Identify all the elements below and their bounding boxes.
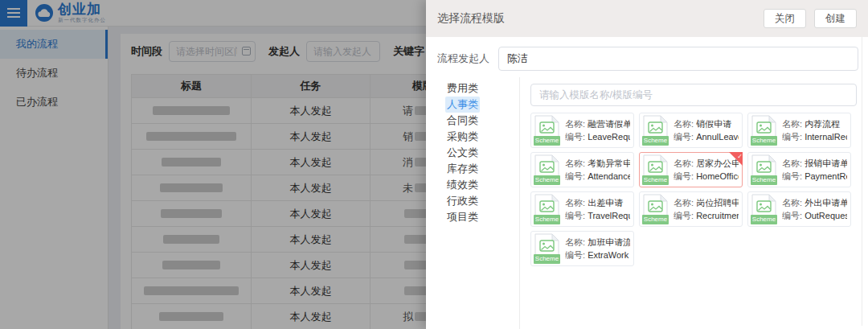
template-card[interactable]: ✓ Scheme 名称: 岗位招聘申... 编号: Recruitment... [639, 191, 743, 227]
category-document[interactable]: 公文类 [445, 145, 519, 161]
scheme-file-icon: Scheme [534, 233, 559, 264]
category-contract[interactable]: 合同类 [445, 113, 519, 129]
category-admin[interactable]: 行政类 [445, 193, 519, 209]
template-name: 名称: 销假申请 [674, 117, 739, 130]
category-hr[interactable]: 人事类 [445, 97, 519, 113]
scheme-badge: Scheme [751, 136, 777, 146]
template-code: 编号: Recruitment... [674, 209, 739, 222]
template-card[interactable]: ✓ Scheme 名称: 考勤异常申... 编号: Attendance... [530, 152, 634, 187]
scheme-file-icon: Scheme [534, 115, 559, 146]
scheme-file-icon: Scheme [534, 154, 559, 185]
drawer-header: 选择流程模版 关闭 创建 [426, 0, 868, 37]
template-name: 名称: 加班申请流程 [565, 236, 630, 249]
template-code: 编号: LeaveRequest [565, 130, 630, 143]
category-performance[interactable]: 绩效类 [445, 177, 519, 193]
template-code: 编号: TravelRequest [565, 209, 630, 222]
scrollbar-track[interactable] [862, 37, 862, 326]
scheme-file-icon: Scheme [643, 154, 668, 185]
template-code: 编号: InternalRec... [782, 130, 847, 143]
template-card[interactable]: ✓ Scheme 名称: 出差申请 编号: TravelRequest [530, 191, 634, 227]
template-grid: ✓ Scheme 名称: 融营请假单 编号: LeaveRequest ✓ [530, 113, 857, 266]
template-search-input[interactable] [530, 84, 857, 106]
template-name: 名称: 内荐流程 [782, 117, 847, 130]
template-code: 编号: AnnulLeave... [674, 130, 739, 143]
initiator-form-row: 流程发起人 [437, 47, 858, 71]
category-inventory[interactable]: 库存类 [445, 161, 519, 177]
template-area: ✓ Scheme 名称: 融营请假单 编号: LeaveRequest ✓ [520, 77, 868, 329]
template-card[interactable]: ✓ Scheme 名称: 内荐流程 编号: InternalRec... [747, 113, 851, 148]
template-name: 名称: 外出申请单 [782, 196, 847, 209]
scheme-badge: Scheme [642, 215, 669, 224]
template-name: 名称: 融营请假单 [565, 117, 630, 130]
template-name: 名称: 出差申请 [565, 196, 630, 209]
template-card[interactable]: ✓ Scheme 名称: 居家办公申... 编号: HomeOffice... [639, 152, 743, 187]
scheme-file-icon: Scheme [534, 194, 559, 224]
scheme-badge: Scheme [534, 215, 560, 224]
process-initiator-label: 流程发起人 [437, 51, 498, 66]
category-list: 费用类 人事类 合同类 采购类 公文类 库存类 绩效类 行政类 项目类 [426, 77, 520, 329]
template-code: 编号: OutRequest [782, 209, 847, 222]
process-initiator-input[interactable] [498, 47, 858, 71]
scheme-file-icon: Scheme [751, 194, 776, 224]
scheme-file-icon: Scheme [751, 115, 776, 146]
category-purchase[interactable]: 采购类 [445, 129, 519, 145]
template-card[interactable]: ✓ Scheme 名称: 外出申请单 编号: OutRequest [747, 191, 851, 227]
template-name: 名称: 报销申请单 [782, 157, 847, 170]
drawer-title: 选择流程模版 [437, 11, 505, 26]
scheme-file-icon: Scheme [643, 194, 668, 224]
select-template-drawer: 选择流程模版 关闭 创建 流程发起人 费用类 人事类 合同类 采购类 公文类 库… [426, 0, 868, 329]
scheme-file-icon: Scheme [643, 115, 668, 146]
category-expense[interactable]: 费用类 [445, 80, 519, 97]
scheme-badge: Scheme [751, 175, 777, 185]
scheme-badge: Scheme [751, 215, 777, 224]
template-code: 编号: PaymentRe... [782, 170, 847, 183]
create-button[interactable]: 创建 [814, 9, 857, 29]
scheme-badge: Scheme [534, 175, 560, 185]
template-name: 名称: 岗位招聘申... [674, 196, 739, 209]
template-code: 编号: Attendance... [565, 170, 630, 183]
scheme-file-icon: Scheme [751, 154, 776, 185]
template-card[interactable]: ✓ Scheme 名称: 销假申请 编号: AnnulLeave... [639, 113, 743, 148]
template-code: 编号: HomeOffice... [674, 170, 739, 183]
category-project[interactable]: 项目类 [445, 209, 519, 225]
template-name: 名称: 考勤异常申... [565, 157, 630, 170]
template-code: 编号: ExtraWork [565, 249, 630, 261]
scheme-badge: Scheme [642, 136, 669, 146]
scheme-badge: Scheme [642, 175, 669, 185]
template-card[interactable]: ✓ Scheme 名称: 融营请假单 编号: LeaveRequest [530, 113, 634, 148]
scheme-badge: Scheme [534, 254, 560, 264]
template-card[interactable]: ✓ Scheme 名称: 报销申请单 编号: PaymentRe... [747, 152, 851, 187]
scheme-badge: Scheme [534, 136, 560, 146]
drawer-body: 费用类 人事类 合同类 采购类 公文类 库存类 绩效类 行政类 项目类 ✓ [426, 77, 868, 329]
template-card[interactable]: ✓ Scheme 名称: 加班申请流程 编号: ExtraWork [530, 231, 634, 266]
selected-check-icon: ✓ [729, 152, 743, 166]
screen: 创业加 新一代数字化办公 我的流程 待办流程 已办流程 时间段 发起人 关键字 [0, 0, 868, 329]
close-button[interactable]: 关闭 [764, 9, 806, 29]
